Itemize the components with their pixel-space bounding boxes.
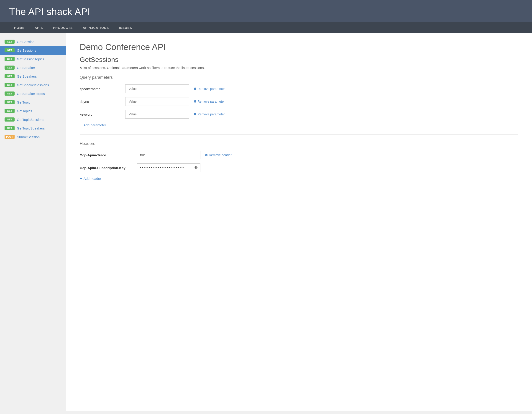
remove-header-trace[interactable]: ✖ Remove header	[205, 153, 232, 157]
sidebar-label: GetSpeaker	[17, 66, 35, 70]
sidebar-label: GetTopicSpeakers	[17, 126, 45, 130]
add-param-button[interactable]: + Add parameter	[80, 123, 518, 128]
sidebar-label: GetSpeakerTopics	[17, 92, 45, 96]
sidebar-item-getsessiontopics[interactable]: GET GetSessionTopics	[0, 55, 66, 63]
site-title: The API shack API	[9, 6, 523, 17]
sidebar: GET GetSession GET GetSessions GET GetSe…	[0, 33, 66, 411]
get-badge: GET	[5, 40, 15, 44]
main-layout: GET GetSession GET GetSessions GET GetSe…	[0, 33, 532, 411]
x-icon: ✖	[194, 112, 196, 116]
x-icon: ✖	[205, 153, 208, 157]
sidebar-item-getsessions[interactable]: GET GetSessions	[0, 46, 66, 55]
header-name-trace: Ocp-Apim-Trace	[80, 153, 132, 157]
get-badge: GET	[5, 118, 15, 121]
sidebar-item-submitsession[interactable]: POST SubmitSession	[0, 132, 66, 141]
sidebar-item-gettopicspeakers[interactable]: GET GetTopicSpeakers	[0, 124, 66, 132]
remove-param-dayno[interactable]: ✖ Remove parameter	[194, 100, 225, 103]
header-row-trace: Ocp-Apim-Trace ✖ Remove header	[80, 151, 518, 159]
nav-products[interactable]: PRODUCTS	[48, 22, 78, 33]
param-input-keyword[interactable]	[125, 110, 189, 119]
sidebar-item-getspeakers[interactable]: GET GetSpeakers	[0, 72, 66, 81]
endpoint-desc: A list of sessions. Optional parameters …	[80, 66, 518, 70]
sidebar-label: GetSessions	[17, 48, 36, 52]
nav-home[interactable]: HOME	[9, 22, 30, 33]
sidebar-item-gettopics[interactable]: GET GetTopics	[0, 107, 66, 115]
sidebar-label: GetTopics	[17, 109, 32, 113]
section-divider	[80, 134, 518, 135]
sidebar-item-gettopicsessions[interactable]: GET GetTopicSessions	[0, 115, 66, 124]
param-row-dayno: dayno ✖ Remove parameter	[80, 97, 518, 106]
param-name-speakername: speakername	[80, 87, 121, 91]
api-title: Demo Conference API	[80, 42, 518, 52]
content-area: Demo Conference API GetSessions A list o…	[66, 33, 532, 411]
header-input-trace[interactable]	[137, 151, 200, 159]
plus-icon: +	[80, 176, 82, 181]
nav-apis[interactable]: APIS	[30, 22, 48, 33]
header-row-subscription-key: Ocp-Apim-Subscription-Key 👁	[80, 163, 518, 172]
param-row-speakername: speakername ✖ Remove parameter	[80, 84, 518, 93]
sidebar-label: SubmitSession	[17, 135, 40, 139]
query-params-section: Query parameters speakername ✖ Remove pa…	[80, 75, 518, 128]
sidebar-item-gettopic[interactable]: GET GetTopic	[0, 98, 66, 107]
get-badge: GET	[5, 92, 15, 96]
sidebar-label: GetTopicSessions	[17, 118, 44, 121]
sidebar-label: GetSpeakerSessions	[17, 83, 49, 87]
param-name-dayno: dayno	[80, 100, 121, 103]
nav-bar: HOME APIS PRODUCTS APPLICATIONS ISSUES	[0, 22, 532, 33]
post-badge: POST	[5, 135, 15, 139]
param-name-keyword: keyword	[80, 112, 121, 116]
sidebar-label: GetSpeakers	[17, 74, 37, 78]
nav-applications[interactable]: APPLICATIONS	[78, 22, 114, 33]
header-input-wrap-trace	[137, 151, 200, 159]
header-input-wrap-subscription-key: 👁	[137, 163, 200, 172]
headers-section: Headers Ocp-Apim-Trace ✖ Remove header O…	[80, 141, 518, 181]
endpoint-title: GetSessions	[80, 56, 518, 64]
sidebar-item-getsession[interactable]: GET GetSession	[0, 37, 66, 46]
headers-title: Headers	[80, 141, 518, 146]
get-badge: GET	[5, 126, 15, 130]
header-input-subscription-key[interactable]	[137, 163, 200, 172]
header-name-subscription-key: Ocp-Apim-Subscription-Key	[80, 166, 132, 170]
x-icon: ✖	[194, 100, 196, 103]
param-input-speakername[interactable]	[125, 84, 189, 93]
plus-icon: +	[80, 123, 82, 128]
add-header-button[interactable]: + Add header	[80, 176, 518, 181]
param-row-keyword: keyword ✖ Remove parameter	[80, 110, 518, 119]
sidebar-item-getspeakersessions[interactable]: GET GetSpeakerSessions	[0, 81, 66, 89]
param-input-dayno[interactable]	[125, 97, 189, 106]
sidebar-item-getspeaker[interactable]: GET GetSpeaker	[0, 63, 66, 72]
remove-param-keyword[interactable]: ✖ Remove parameter	[194, 112, 225, 116]
sidebar-label: GetTopic	[17, 100, 30, 104]
nav-issues[interactable]: ISSUES	[114, 22, 137, 33]
eye-icon[interactable]: 👁	[194, 166, 198, 170]
get-badge: GET	[5, 57, 15, 61]
get-badge: GET	[5, 74, 15, 78]
get-badge: GET	[5, 100, 15, 104]
get-badge: GET	[5, 109, 15, 113]
top-header: The API shack API	[0, 0, 532, 22]
query-params-title: Query parameters	[80, 75, 518, 80]
sidebar-label: GetSessionTopics	[17, 57, 44, 61]
remove-param-speakername[interactable]: ✖ Remove parameter	[194, 87, 225, 91]
get-badge: GET	[5, 48, 15, 52]
x-icon: ✖	[194, 87, 196, 91]
get-badge: GET	[5, 83, 15, 87]
sidebar-item-getspeakertopics[interactable]: GET GetSpeakerTopics	[0, 89, 66, 98]
get-badge: GET	[5, 65, 15, 70]
sidebar-label: GetSession	[17, 40, 35, 44]
